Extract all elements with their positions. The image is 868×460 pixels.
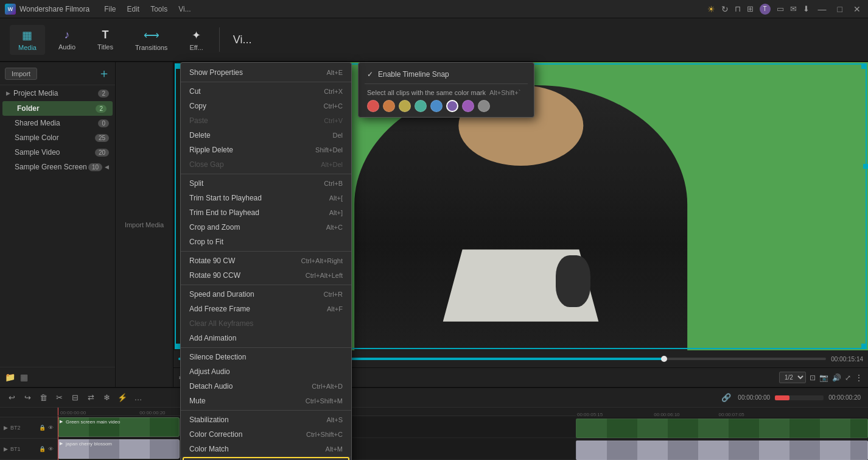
swatch-purple-selected[interactable] xyxy=(446,100,458,112)
freeze-tl-icon[interactable]: ❄ xyxy=(100,391,113,405)
speed-tl-icon[interactable]: ⚡ xyxy=(116,391,129,405)
expand-arrow-icon: ▶ xyxy=(6,90,10,96)
sun-icon[interactable]: ☀ xyxy=(707,4,715,14)
sidebar-item-sample-video[interactable]: Sample Video 20 xyxy=(0,145,115,160)
swatch-blue[interactable] xyxy=(430,100,443,112)
ctx-rotate-ccw[interactable]: Rotate 90 CCW Ctrl+Alt+Left xyxy=(181,268,351,283)
card-icon[interactable]: ▭ xyxy=(777,4,784,13)
swatch-yellow[interactable] xyxy=(399,100,411,112)
crop-tl-icon[interactable]: ⊟ xyxy=(68,391,82,405)
tab-titles[interactable]: T Titles xyxy=(89,25,122,54)
menu-edit[interactable]: Edit xyxy=(122,3,145,15)
ctx-crop-zoom[interactable]: Crop and Zoom Alt+C xyxy=(181,220,351,235)
lock-2-icon[interactable]: 🔒 xyxy=(39,425,46,431)
ctx-color-correction[interactable]: Color Correction Ctrl+Shift+C xyxy=(181,427,351,442)
ctx-add-animation[interactable]: Add Animation xyxy=(181,331,351,345)
ctx-show-properties[interactable]: Show Properties Alt+E xyxy=(181,65,351,80)
timeline-start-time: 00:00:00:00 xyxy=(738,394,770,401)
sidebar-new-folder-icon[interactable]: 📁 xyxy=(5,372,15,382)
ctx-rotate-cw[interactable]: Rotate 90 CW Ctrl+Alt+Right xyxy=(181,253,351,268)
swatch-violet[interactable] xyxy=(462,100,474,112)
volume-icon[interactable]: 🔊 xyxy=(832,373,841,382)
ctx-stabilization-label: Stabilization xyxy=(189,416,229,424)
mail-icon[interactable]: ✉ xyxy=(790,4,797,13)
ctx-detach-audio[interactable]: Detach Audio Ctrl+Alt+D xyxy=(181,379,351,394)
lock-1-icon[interactable]: 🔒 xyxy=(39,446,46,452)
swatch-teal[interactable] xyxy=(415,100,427,112)
sidebar-item-sample-color[interactable]: Sample Color 25 xyxy=(0,130,115,145)
import-button[interactable]: Import xyxy=(5,68,37,80)
ctx-add-freeze[interactable]: Add Freeze Frame Alt+F xyxy=(181,302,351,316)
ctx-delete-label: Delete xyxy=(189,131,211,140)
tab-audio[interactable]: ♪ Audio xyxy=(50,25,84,54)
chain-icon[interactable]: 🔗 xyxy=(719,391,733,405)
mirror-tl-icon[interactable]: ⇄ xyxy=(84,391,97,405)
ctx-speed-duration[interactable]: Speed and Duration Ctrl+R xyxy=(181,287,351,302)
ctx-stabilization[interactable]: Stabilization Alt+S xyxy=(181,412,351,427)
tab-transitions[interactable]: ⟷ Transitions xyxy=(127,25,176,55)
project-media-count: 2 xyxy=(98,90,109,97)
extra-icon: Vi... xyxy=(233,34,252,46)
user-icon[interactable]: T xyxy=(760,4,771,15)
track-2-play-icon[interactable]: ▶ xyxy=(4,425,8,431)
ctx-paste[interactable]: Paste Ctrl+V xyxy=(181,113,351,128)
minimize-btn[interactable]: — xyxy=(816,4,829,14)
gift-icon[interactable]: ⊞ xyxy=(747,4,754,13)
zoom-level-select[interactable]: 1/2 1/1 1/4 xyxy=(779,372,806,383)
ctx-mute[interactable]: Mute Ctrl+Shift+M xyxy=(181,394,351,408)
delete-tl-icon[interactable]: 🗑 xyxy=(37,391,50,405)
playback-handle-icon[interactable] xyxy=(661,356,667,362)
eye-1-icon[interactable]: 👁 xyxy=(48,446,54,452)
sidebar-item-project-media[interactable]: ▶ Project Media 2 xyxy=(0,85,115,101)
close-btn[interactable]: ✕ xyxy=(851,4,863,14)
fit-icon[interactable]: ⊡ xyxy=(810,373,816,382)
right-ruler-marks: 00:00:05:15 00:00:06:10 00:00:07:05 xyxy=(576,408,868,417)
tab-extra[interactable]: Vi... xyxy=(227,30,258,50)
tab-media[interactable]: ▦ Media xyxy=(10,25,45,55)
tab-effects[interactable]: ✦ Eff... xyxy=(181,25,211,55)
swatch-red[interactable] xyxy=(367,100,379,112)
cart-icon[interactable]: ⊓ xyxy=(735,4,741,13)
ctx-close-gap[interactable]: Close Gap Alt+Del xyxy=(181,157,351,172)
ctx-delete[interactable]: Delete Del xyxy=(181,128,351,143)
swatch-gray[interactable] xyxy=(478,100,490,112)
ruler-mark-3: 00:00:07:05 xyxy=(718,412,746,417)
sidebar-item-shared-media[interactable]: Shared Media 0 xyxy=(0,116,115,130)
ctx-green-screen[interactable]: Green Screen Ctrl+Shift+G xyxy=(181,456,351,460)
ctx-crop-fit[interactable]: Crop to Fit xyxy=(181,235,351,249)
more-icon[interactable]: ⋮ xyxy=(855,373,863,383)
ctx-close-gap-shortcut: Alt+Del xyxy=(321,161,343,168)
download-icon[interactable]: ⬇ xyxy=(803,4,810,13)
ctx-color-match[interactable]: Color Match Alt+M xyxy=(181,442,351,456)
eye-2-icon[interactable]: 👁 xyxy=(48,425,54,431)
clip-green-screen[interactable]: ▶ Green screen main video xyxy=(58,417,180,437)
expand-icon[interactable]: ⤢ xyxy=(845,373,851,382)
ctx-ripple-delete[interactable]: Ripple Delete Shift+Del xyxy=(181,143,351,157)
menu-view[interactable]: Vi... xyxy=(173,3,195,15)
swatch-orange[interactable] xyxy=(383,100,395,112)
track-1-play-icon[interactable]: ▶ xyxy=(4,446,8,452)
sidebar-grid-view-icon[interactable]: ▦ xyxy=(20,372,28,382)
maximize-btn[interactable]: □ xyxy=(835,4,845,14)
add-media-icon[interactable]: ＋ xyxy=(98,65,110,82)
screenshot-icon[interactable]: 📷 xyxy=(819,373,828,382)
cut-tl-icon[interactable]: ✂ xyxy=(52,391,66,405)
snap-row[interactable]: ✓ Enable Timeline Snap xyxy=(365,68,528,84)
menu-tools[interactable]: Tools xyxy=(145,3,172,15)
clip-cherry-blossom[interactable]: ▶ japan cherry blossom xyxy=(58,439,180,459)
ctx-adjust-audio[interactable]: Adjust Audio xyxy=(181,364,351,379)
ctx-trim-start[interactable]: Trim Start to Playhead Alt+[ xyxy=(181,191,351,205)
ctx-silence-detect[interactable]: Silence Detection xyxy=(181,350,351,364)
undo-icon[interactable]: ↩ xyxy=(5,391,18,405)
ctx-split[interactable]: Split Ctrl+B xyxy=(181,176,351,191)
redo-icon[interactable]: ↪ xyxy=(21,391,34,405)
sidebar-item-sample-green-screen[interactable]: Sample Green Screen 10 ◀ xyxy=(0,160,115,174)
ctx-cut[interactable]: Cut Ctrl+X xyxy=(181,84,351,99)
ctx-copy[interactable]: Copy Ctrl+C xyxy=(181,99,351,113)
ctx-clear-keyframes[interactable]: Clear All Keyframes xyxy=(181,316,351,331)
more-tl-icon[interactable]: … xyxy=(131,391,145,405)
refresh-icon[interactable]: ↻ xyxy=(721,4,729,14)
menu-file[interactable]: File xyxy=(99,3,121,15)
ctx-trim-end[interactable]: Trim End to Playhead Alt+] xyxy=(181,205,351,220)
sidebar-item-folder[interactable]: Folder 2 xyxy=(2,101,113,116)
